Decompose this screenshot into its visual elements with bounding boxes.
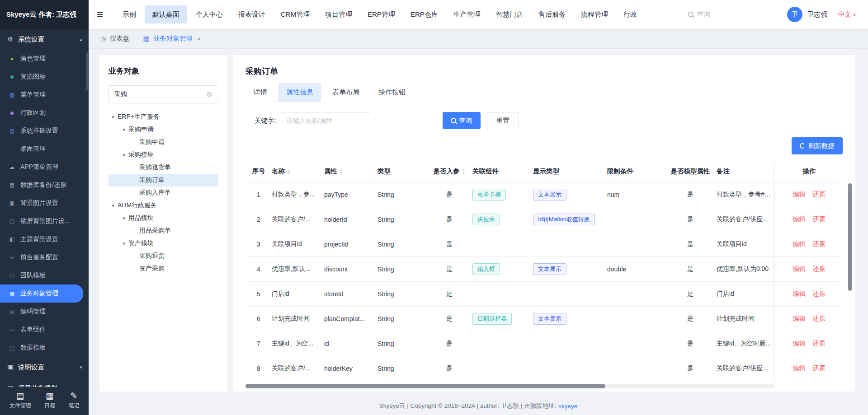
sidebar-item[interactable]: ◫ 团队模板 (0, 266, 89, 284)
workspace-tab[interactable]: ◷ 仪表盘 (100, 34, 130, 43)
tree-node[interactable]: 采购退货单 (108, 161, 218, 174)
sidebar-item[interactable]: ☁ APP菜单管理 (0, 158, 89, 176)
detail-tab[interactable]: 详情 (245, 83, 275, 102)
edit-link[interactable]: 编辑 (793, 215, 806, 224)
sidebar-item[interactable]: ▭ 表单组件 (0, 321, 89, 339)
restore-link[interactable]: 还原 (813, 240, 826, 248)
refresh-data-button[interactable]: 刷新数据 (792, 137, 843, 154)
top-nav-tab[interactable]: ERP仓库 (403, 0, 446, 29)
footer-link[interactable]: skyeye (558, 403, 577, 410)
restore-link[interactable]: 还原 (813, 340, 826, 348)
sidebar-item[interactable]: ◧ 主题背景设置 (0, 230, 89, 248)
sidebar-item[interactable]: 桌面管理 (0, 140, 89, 158)
edit-link[interactable]: 编辑 (793, 240, 806, 248)
workspace-tab[interactable]: ▦ 业务对象管理 × (143, 34, 201, 43)
restore-link[interactable]: 还原 (813, 191, 826, 199)
top-nav-tab[interactable]: 个人中心 (188, 0, 231, 29)
tree-node[interactable]: ▾ 用品模块 (108, 212, 218, 224)
vertical-scrollbar-thumb[interactable] (848, 183, 852, 291)
top-nav-tab[interactable]: 行政 (616, 0, 645, 29)
caret-down-icon[interactable]: ▾ (119, 241, 128, 247)
top-nav-tab[interactable]: 默认桌面 (145, 5, 187, 23)
horizontal-scrollbar-thumb[interactable] (245, 384, 605, 388)
restore-link[interactable]: 还原 (813, 290, 826, 298)
top-nav-tab[interactable]: 项目管理 (317, 0, 360, 29)
sidebar-item[interactable]: ▨ 系统基础设置 (0, 122, 89, 140)
detail-tab[interactable]: 表单布局 (324, 83, 368, 102)
top-nav-tab[interactable]: 智慧门店 (488, 0, 531, 29)
sidebar-scrollbar[interactable] (86, 52, 88, 90)
global-search[interactable]: 查询 (688, 10, 710, 19)
restore-link[interactable]: 还原 (813, 364, 826, 373)
top-nav-tab[interactable]: ERP管理 (360, 0, 403, 29)
caret-down-icon[interactable]: ▾ (108, 203, 118, 209)
language-switcher[interactable]: 中文 ∨ (838, 10, 856, 19)
detail-tab[interactable]: 属性信息 (278, 83, 321, 102)
top-nav-tab[interactable]: CRM管理 (273, 0, 317, 29)
tree-node[interactable]: 采购申请 (108, 136, 218, 149)
edit-link[interactable]: 编辑 (793, 290, 806, 298)
sidebar-item[interactable]: ◈ 资源图标 (0, 68, 89, 86)
tree-node[interactable]: 采购入库单 (108, 187, 218, 199)
sidebar-item[interactable]: ◆ 行政区划 (0, 104, 89, 122)
tree-node[interactable]: ▾ ADM行政服务 (108, 199, 218, 212)
detail-tab[interactable]: 操作按钮 (370, 83, 414, 102)
sidebar-item[interactable]: ▥ 菜单管理 (0, 86, 89, 104)
top-nav-tab[interactable]: 售后服务 (531, 0, 573, 29)
sidebar-item[interactable]: ● 角色管理 (0, 50, 89, 68)
sort-icons[interactable]: ▲▼ (287, 168, 291, 175)
sidebar-item[interactable]: ∞ 前台服务配置 (0, 248, 89, 266)
edit-link[interactable]: 编辑 (793, 265, 806, 273)
sort-icons[interactable]: ▲▼ (462, 168, 466, 175)
edit-link[interactable]: 编辑 (793, 315, 806, 323)
top-nav-tab[interactable]: 报表设计 (231, 0, 273, 29)
tree-node[interactable]: ▾ ERP+生产服务 (108, 111, 218, 123)
search-button[interactable]: 查询 (443, 112, 481, 129)
tree-node[interactable]: ▾ 资产模块 (108, 237, 218, 250)
caret-down-icon[interactable]: ▾ (119, 127, 128, 133)
reset-button[interactable]: 重置 (487, 112, 519, 129)
top-nav-tab[interactable]: 生产管理 (446, 0, 488, 29)
horizontal-scrollbar[interactable] (245, 384, 775, 388)
tree-search-input[interactable] (114, 91, 207, 98)
vertical-scrollbar[interactable] (848, 183, 852, 373)
user-name[interactable]: 卫志强 (807, 10, 827, 19)
avatar[interactable]: 卫 (787, 7, 802, 22)
dock-item[interactable]: ▤ 文件管理 (9, 392, 31, 410)
caret-down-icon[interactable]: ▾ (108, 114, 118, 120)
tree-node[interactable]: 采购订单 (108, 174, 218, 187)
tree-node[interactable]: 采购退货 (108, 250, 218, 262)
caret-down-icon[interactable]: ▾ (119, 152, 128, 158)
restore-link[interactable]: 还原 (813, 265, 826, 273)
sort-icons[interactable]: ▲▼ (340, 168, 343, 175)
edit-link[interactable]: 编辑 (793, 191, 806, 199)
restore-link[interactable]: 还原 (813, 215, 826, 224)
sidebar-item[interactable]: ▤ 编码管理 (0, 303, 89, 321)
restore-link[interactable]: 还原 (813, 315, 826, 323)
hamburger-menu-icon[interactable]: ≡ (97, 9, 103, 20)
close-icon[interactable]: × (197, 35, 201, 42)
tree-node[interactable]: 用品采购单 (108, 224, 218, 237)
sidebar-item[interactable]: ▣ 背景图片设置 (0, 194, 89, 212)
column-header[interactable]: 名称▲▼ (272, 167, 324, 176)
sidebar-item[interactable]: ◰ 数据模板 (0, 339, 89, 357)
sidebar-section-help-settings[interactable]: ▣ 说明设置 ▾ (0, 357, 89, 378)
clear-input-icon[interactable]: ⊗ (207, 91, 212, 98)
tree-node[interactable]: ▾ 采购模块 (108, 149, 218, 161)
keyword-input[interactable] (281, 112, 370, 129)
top-nav-tab[interactable]: 流程管理 (573, 0, 616, 29)
caret-down-icon[interactable]: ▾ (119, 215, 128, 221)
column-header[interactable]: 属性▲▼ (324, 167, 377, 176)
dock-item[interactable]: ▦ 日程 (44, 392, 55, 410)
dock-item[interactable]: ✎ 笔记 (68, 392, 79, 410)
edit-link[interactable]: 编辑 (793, 364, 806, 373)
sidebar-item[interactable]: ▢ 锁屏背景图片设... (0, 212, 89, 230)
sidebar-item[interactable]: ▤ 数据库备份/还原 (0, 176, 89, 194)
sidebar-item[interactable]: ▦ 业务对象管理 (0, 284, 83, 303)
edit-link[interactable]: 编辑 (793, 340, 806, 348)
sidebar-section-project-plan[interactable]: ◪ 项目业务规划 ▾ (0, 378, 89, 387)
top-nav-tab[interactable]: 示例 (115, 0, 144, 29)
tree-node[interactable]: ▾ 采购申请 (108, 123, 218, 136)
sidebar-section-system-settings[interactable]: ⚙ 系统设置 ▴ (0, 29, 89, 50)
tree-node[interactable]: 资产采购 (108, 262, 218, 275)
